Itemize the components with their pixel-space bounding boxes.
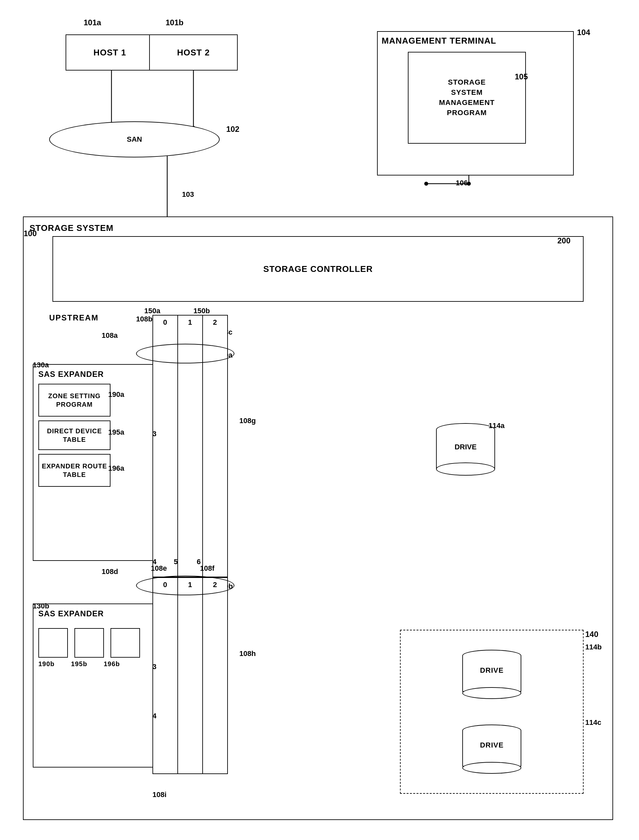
host1-box: HOST 1 [65,35,154,70]
ref-108f: 108f [200,564,215,573]
ref-190a: 190a [108,390,124,399]
storage-mgmt-program-box: STORAGE SYSTEM MANAGEMENT PROGRAM [408,52,526,144]
prog-190b [38,628,68,658]
port2-expander1: 2 [213,318,217,327]
san-label: SAN [127,135,142,144]
ref-108b: 108b [136,315,153,323]
ref-108e: 108e [151,564,167,573]
drive2-label: DRIVE [480,666,504,675]
storage-mgmt-label: STORAGE SYSTEM MANAGEMENT PROGRAM [439,77,495,118]
zone-setting-program-box: ZONE SETTING PROGRAM [38,384,110,417]
storage-system-ref: 100 [24,229,37,238]
storage-mgmt-ref: 105 [515,72,528,81]
host2-box: HOST 2 [149,35,238,70]
ref-103: 103 [182,190,194,199]
coupling-ring-120a [136,344,234,363]
host1-ref-label: 101a [84,18,101,27]
ref-108h: 108h [239,649,256,658]
expander-route-table-box: EXPANDER ROUTE TABLE [38,454,110,487]
host1-label: HOST 1 [94,48,126,58]
storage-system-title: STORAGE SYSTEM [30,223,113,233]
drives-dashed-box: DRIVE DRIVE [400,630,583,794]
ref-190b-label: 190b [38,660,55,668]
prog-196b [110,628,140,658]
port3-expander1: 3 [153,430,156,438]
expander2-port-area: 0 1 2 [153,577,228,774]
port3-expander2: 3 [153,663,156,671]
ref-196a: 196a [108,464,124,473]
ref-200: 200 [557,236,571,245]
port4-expander2: 4 [153,712,156,720]
ref-108g: 108g [239,417,256,425]
ref-130a: 130a [33,361,49,369]
host2-label: HOST 2 [177,48,210,58]
ref-195a: 195a [108,428,124,437]
ref-140: 140 [585,630,598,639]
ref-108a: 108a [102,331,118,340]
ref-130b: 130b [33,602,49,610]
ref-195b-label: 195b [71,660,87,668]
port0-expander1: 0 [163,318,167,327]
drive1-ref: 114a [488,422,505,430]
mgmt-terminal-ref: 104 [577,28,590,37]
sas-expander1-title: SAS EXPANDER [38,370,104,379]
ref-150b: 150b [194,307,210,315]
management-terminal-title: MANAGEMENT TERMINAL [381,36,496,46]
port5-expander1: 5 [174,558,178,566]
host2-ref-label: 101b [165,18,184,27]
coupling-ring-120b [136,576,234,595]
upstream-label: UPSTREAM [49,313,99,323]
drive2-ref: 114b [585,643,602,651]
storage-controller-box: STORAGE CONTROLLER [52,236,583,302]
ref-106: 106 [456,179,468,187]
port1-expander1: 1 [188,318,192,327]
ref-196b-label: 196b [103,660,120,668]
management-terminal-box: MANAGEMENT TERMINAL STORAGE SYSTEM MANAG… [377,31,574,175]
diagram-container: HOST 1 101a HOST 2 101b SAN 102 103 MANA… [0,0,639,840]
storage-controller-label: STORAGE CONTROLLER [263,264,373,274]
drive1-label: DRIVE [455,443,476,451]
direct-device-table-box: DIRECT DEVICE TABLE [38,420,110,450]
san-ellipse: SAN [49,121,220,158]
drive3-label: DRIVE [480,741,504,749]
drive2-container: DRIVE [456,646,528,702]
ref-108i: 108i [153,791,167,799]
svg-point-9 [424,182,428,186]
drive3-container: DRIVE [456,721,528,777]
ref-150a: 150a [144,307,161,315]
prog-195b [75,628,104,658]
drive3-ref: 114c [585,718,601,727]
sas-expander2-title: SAS EXPANDER [38,609,104,618]
san-ref-label: 102 [226,125,239,134]
ref-108d: 108d [102,568,118,576]
